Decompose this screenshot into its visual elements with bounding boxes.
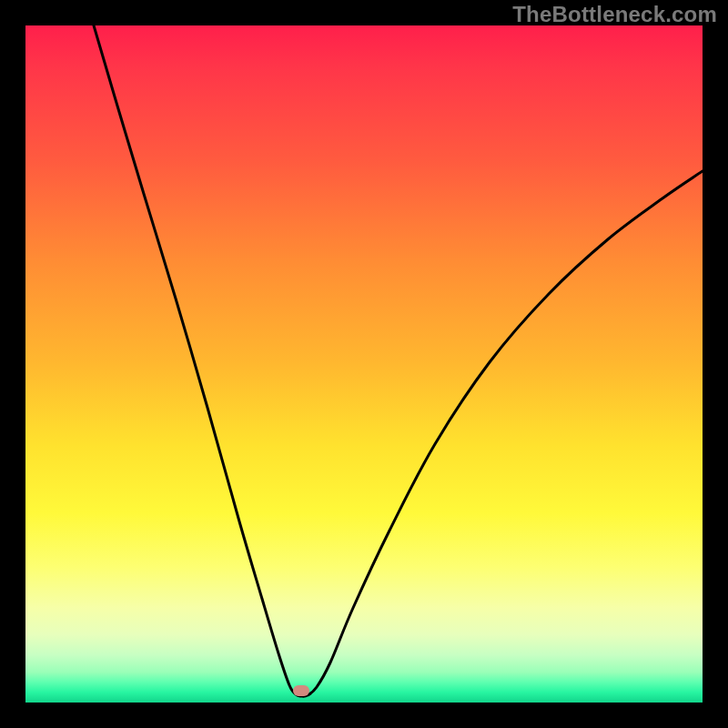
curve-path — [94, 25, 703, 696]
watermark-text: TheBottleneck.com — [512, 2, 717, 27]
plot-area — [25, 25, 703, 703]
optimum-marker — [293, 685, 309, 696]
chart-frame: TheBottleneck.com — [0, 0, 728, 728]
bottleneck-curve — [25, 25, 703, 703]
